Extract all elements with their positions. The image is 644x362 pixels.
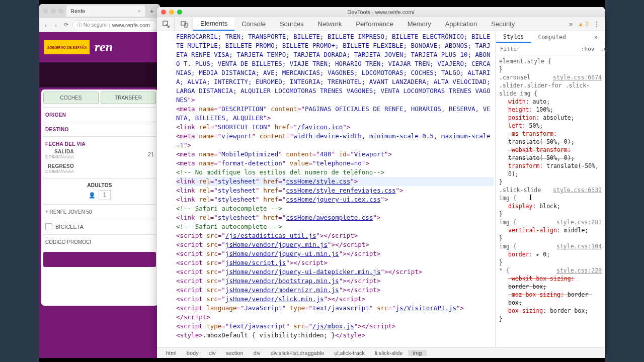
hov-toggle[interactable]: :hov <box>578 46 598 52</box>
breadcrumb-item[interactable]: img <box>408 350 427 356</box>
spanish-gov-logo: GOBIERNO DE ESPAÑA <box>44 40 90 54</box>
more-subtabs-icon[interactable]: » <box>587 31 605 43</box>
tab-bar: Renfe × + <box>39 4 160 18</box>
security-status: ⓘ No seguro <box>77 22 107 29</box>
salida-value[interactable]: 21 <box>148 151 154 157</box>
styles-filter-input[interactable] <box>496 46 578 52</box>
date-format-hint: DD/MM/AAAA <box>45 169 74 174</box>
date-header: FECHA DEL VIA <box>45 141 86 147</box>
forward-icon[interactable]: › <box>52 22 59 28</box>
minimize-window-icon[interactable] <box>169 10 174 15</box>
search-form: COCHES TRANSFER ORIGEN DESTINO FECHA DEL… <box>41 89 158 306</box>
breadcrumb-item[interactable]: div <box>249 350 266 356</box>
device-toggle-icon[interactable] <box>175 17 193 31</box>
url-text: www.renfe.com <box>112 22 150 28</box>
tab-sources[interactable]: Sources <box>273 17 311 31</box>
styles-pane: Styles Computed » :hov .cls + element.st… <box>496 31 605 347</box>
dom-breadcrumb[interactable]: htmlbodydivsectiondivdiv.slick-list.drag… <box>157 347 605 358</box>
subtab-styles[interactable]: Styles <box>496 31 531 43</box>
kebab-menu-icon[interactable]: ⋮ <box>594 21 600 28</box>
elements-tree[interactable]: FERROCARRIL; TREN; TRANSPORTE; BILLETE; … <box>157 31 496 347</box>
bicicleta-checkbox[interactable] <box>45 223 52 230</box>
window-titlebar[interactable]: DevTools - www.renfe.com/ <box>157 7 605 17</box>
reload-icon[interactable]: ⟳ <box>62 22 69 28</box>
breadcrumb-item[interactable]: html <box>161 350 182 356</box>
tab-transfer[interactable]: TRANSFER <box>101 92 156 104</box>
close-icon[interactable]: × <box>137 8 140 14</box>
breadcrumb-item[interactable]: body <box>182 350 204 356</box>
adultos-label: ADULTOS <box>45 183 154 188</box>
tab-performance[interactable]: Performance <box>349 17 400 31</box>
adultos-count[interactable]: 1 <box>99 190 111 200</box>
back-icon[interactable]: ‹ <box>42 22 49 28</box>
more-tabs-icon[interactable]: » <box>569 21 573 28</box>
search-button[interactable] <box>43 252 156 267</box>
bicicleta-label: BICICLETA <box>55 224 84 230</box>
tab-elements[interactable]: Elements <box>193 17 234 31</box>
styles-rules[interactable]: element.style {}style.css:6674.carousel … <box>496 55 605 347</box>
new-tab-button[interactable]: + <box>148 7 156 15</box>
salida-label: SALIDA <box>45 149 74 154</box>
tab-title: Renfe <box>70 8 85 14</box>
tab-security[interactable]: Security <box>484 17 522 31</box>
breadcrumb-item[interactable]: div.slick-list.draggable <box>266 350 330 356</box>
regreso-label: REGRESO <box>45 163 74 169</box>
close-window-icon[interactable] <box>161 10 166 15</box>
inspect-icon[interactable] <box>157 17 175 31</box>
tab-network[interactable]: Network <box>311 17 349 31</box>
devtools-tabs: Elements Console Sources Network Perform… <box>157 17 605 31</box>
destination-label: DESTINO <box>45 127 69 132</box>
breadcrumb-item[interactable]: ul.slick-track <box>329 350 370 356</box>
url-input[interactable]: ⓘ No seguro | www.renfe.com <box>72 20 157 30</box>
date-format-hint: DD/MM/AAAA <box>45 154 74 159</box>
address-bar: ‹ › ⟳ ⓘ No seguro | www.renfe.com <box>39 18 160 32</box>
renfe-joven-link[interactable]: + RENFE JOVEN 50 <box>45 209 92 215</box>
tab-application[interactable]: Application <box>438 17 485 31</box>
subtab-computed[interactable]: Computed <box>531 31 573 43</box>
tab-console[interactable]: Console <box>234 17 273 31</box>
renfe-logo: ren <box>95 40 113 55</box>
tab-memory[interactable]: Memory <box>400 17 438 31</box>
tab-coches[interactable]: COCHES <box>43 92 99 104</box>
origin-label: ORIGEN <box>45 112 66 118</box>
person-icon: 👤 <box>89 192 96 199</box>
breadcrumb-item[interactable]: div <box>204 350 221 356</box>
window-title: DevTools - www.renfe.com/ <box>347 9 414 15</box>
cls-toggle[interactable]: .cls <box>598 46 605 52</box>
warnings-badge[interactable]: ▲ 3 <box>578 21 589 28</box>
promo-code-label: CÓDIGO PROMOCI <box>45 239 91 245</box>
devtools-window: DevTools - www.renfe.com/ Elements Conso… <box>157 7 605 358</box>
zoom-window-icon[interactable] <box>177 10 182 15</box>
browser-tab[interactable]: Renfe × <box>66 6 145 17</box>
browser-window: Renfe × + ‹ › ⟳ ⓘ No seguro | www.renfe.… <box>39 4 160 358</box>
breadcrumb-item[interactable]: li.slick-slide <box>370 350 408 356</box>
breadcrumb-item[interactable]: section <box>221 350 249 356</box>
